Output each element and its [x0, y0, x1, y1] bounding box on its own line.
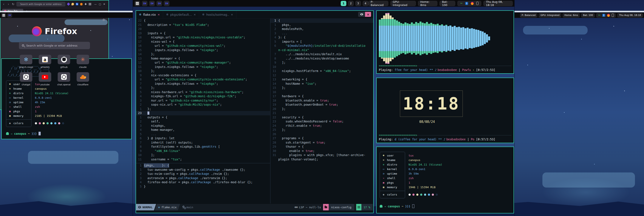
status-module[interactable]: Bat: 100 — [581, 13, 595, 18]
system-tray[interactable]: ✂ᛒ — [458, 1, 481, 6]
code-line: 23 sudo.wheelNeedsPassword = false; — [270, 119, 373, 124]
distro-icon: ✼ — [382, 162, 385, 167]
code-line: 1{ — [270, 19, 373, 23]
cava-bar — [413, 24, 415, 53]
editor-pane-pkgs[interactable]: 1{pkgs, ...}: {1 tux-awesome-wm-config =… — [136, 163, 270, 203]
shortcut-youtube[interactable]: youtube — [38, 72, 52, 86]
workspace-1[interactable]: 1 — [341, 1, 346, 6]
metamask-icon[interactable] — [80, 3, 83, 6]
fetch-value-hname: canopus — [408, 158, 442, 162]
menu-button[interactable] — [89, 3, 91, 5]
editor-tab-pkgs-default-[interactable]: ✻pkgs/default...× — [163, 11, 199, 19]
code-line: 14 }; — [136, 52, 270, 57]
cava-bar — [434, 24, 436, 52]
cava-terminal-window[interactable]: =====================> Playing: ffee for… — [376, 10, 514, 74]
extension-icon[interactable] — [67, 2, 70, 6]
bluetooth-icon[interactable]: ᛒ — [602, 14, 605, 17]
personalize-gear-icon[interactable]: ⚙ — [102, 18, 105, 22]
shortcut-cloudflare[interactable]: cloudflare — [76, 72, 90, 86]
cava-bar — [475, 30, 477, 47]
reload-button[interactable]: ↻ — [12, 2, 15, 6]
hotspot-icon[interactable] — [607, 14, 610, 17]
editor-area: 22{21 description = "tux's NixOS Flake";… — [136, 19, 373, 203]
code-line: 30 enable = true; — [270, 149, 373, 153]
status-module[interactable]: P: Balanced — [368, 1, 388, 6]
shell-prompt[interactable]: → canopus ~ ))) — [6, 132, 128, 135]
clock-module[interactable]: Thu Aug 08, 18:18 — [617, 13, 643, 18]
status-module[interactable]: Bat: 100 — [440, 1, 455, 6]
back-button[interactable]: ‹ — [2, 2, 5, 6]
prompt-host: canopus — [388, 204, 400, 208]
network-icon[interactable]: ✂ — [598, 14, 600, 17]
buffer-tabline: ✻flake.nix×✻pkgs/default...×✻hosts/isoIm… — [136, 11, 373, 19]
shortcut-amazon[interactable]: aamazon — [38, 55, 52, 68]
shortcut-search-nixos[interactable]: ✻search.nixos — [19, 55, 33, 68]
url-bar[interactable]: Search with Google or enter address — [16, 2, 66, 7]
clock-terminal-window[interactable]: 18:18 08/08/24 =====================> Pl… — [376, 78, 514, 143]
cava-bar — [430, 23, 432, 54]
extension-icon[interactable] — [72, 3, 74, 6]
cava-bar — [458, 27, 460, 50]
maximize-button[interactable]: ▢ — [99, 3, 101, 6]
close-button[interactable]: ✕ — [103, 3, 105, 6]
tab-close-icon[interactable]: × — [194, 13, 196, 16]
shortcut-chat-openai[interactable]: chat.openai — [57, 72, 70, 86]
audio-visualizer — [379, 13, 512, 64]
fetch-value-shell: zsh — [408, 176, 442, 180]
eye-icon — [360, 13, 363, 15]
workspace-tag[interactable]: $W — [156, 1, 162, 6]
code-line: 27 programs = { — [270, 136, 373, 141]
cava-bar — [464, 28, 466, 49]
tab-close-icon[interactable]: × — [231, 13, 233, 16]
workspace-tag[interactable]: $W — [149, 1, 155, 6]
workspace-tag[interactable]: $W — [164, 1, 170, 6]
workspace-4[interactable]: 4 — [363, 1, 368, 6]
forward-button[interactable]: › — [7, 2, 10, 6]
phone-icon[interactable] — [476, 2, 478, 5]
bluetooth-icon[interactable]: ᛒ — [465, 2, 468, 5]
editor-pane-flake[interactable]: 22{21 description = "tux's NixOS Flake";… — [136, 19, 270, 163]
shortcut-claude[interactable]: ✳claude — [76, 55, 90, 68]
cava-bar — [420, 22, 422, 55]
status-module[interactable]: Home: 8ms — [418, 1, 438, 6]
close-button[interactable]: × — [365, 12, 371, 17]
cava-bar — [452, 27, 454, 50]
wallpaper-stars — [0, 0, 1, 1]
eye-toggle-button[interactable] — [358, 12, 365, 17]
workspace-tag[interactable]: $W — [142, 1, 148, 6]
code-line: 8 url = "github:nix-community/nix-vscode… — [136, 77, 270, 82]
folder-icon — [323, 204, 329, 210]
fetch-field: »shell — [382, 176, 403, 180]
status-module[interactable]: GPU: Integrated — [539, 13, 561, 18]
firefox-window[interactable]: ‹ › ↻ Search with Google or enter addres… — [0, 0, 109, 110]
status-module[interactable]: Home: 6ms — [563, 13, 580, 18]
status-module[interactable]: GPU: Integrated — [390, 1, 416, 6]
tab-close-icon[interactable]: × — [158, 13, 160, 16]
status-module[interactable]: P: Balanced — [520, 13, 538, 18]
search-input[interactable]: Search with Google or enter address — [19, 42, 90, 49]
minimize-button[interactable]: — — [94, 3, 97, 6]
wallpaper-cloud — [523, 26, 588, 35]
cava-bar — [439, 25, 441, 52]
editor-tab-hosts-isoImag-[interactable]: ✻hosts/isoImag..× — [199, 11, 236, 19]
launcher-button[interactable] — [134, 1, 140, 6]
shell-prompt[interactable]: → canopus ~ ))) — [380, 204, 512, 208]
editor-pane-iso[interactable]: 1{1 pkgs,2 modulesPath,3 ...4}: {5 impor… — [270, 19, 373, 203]
git-branch: main — [180, 206, 196, 209]
fetch-terminal-window[interactable]: ☻user≡hname✼distro▭kernel◔uptime»shell▩p… — [376, 147, 514, 213]
workspace-3[interactable]: 3 — [355, 1, 361, 6]
shortcut-github[interactable]: github — [57, 55, 70, 68]
network-icon[interactable]: ✂ — [460, 2, 462, 5]
workspace-2[interactable]: 2 — [348, 1, 354, 6]
system-tray[interactable]: ✂ᛒ — [596, 13, 616, 18]
shortcut-chatgpt[interactable]: chatgpt — [19, 72, 33, 86]
bitwarden-icon[interactable]: b — [76, 3, 78, 6]
cava-bar — [424, 23, 426, 53]
editor-tab-flake-nix[interactable]: ✻flake.nix× — [136, 11, 163, 19]
cava-bar — [388, 13, 389, 64]
neovim-window[interactable]: ✻flake.nix×✻pkgs/default...×✻hosts/isoIm… — [136, 10, 374, 213]
clock-module[interactable]: Thu Aug 08, 18:18 — [484, 1, 513, 6]
phone-icon[interactable] — [612, 14, 614, 17]
hotspot-icon[interactable] — [471, 2, 474, 5]
extensions-puzzle-icon[interactable] — [84, 3, 87, 6]
